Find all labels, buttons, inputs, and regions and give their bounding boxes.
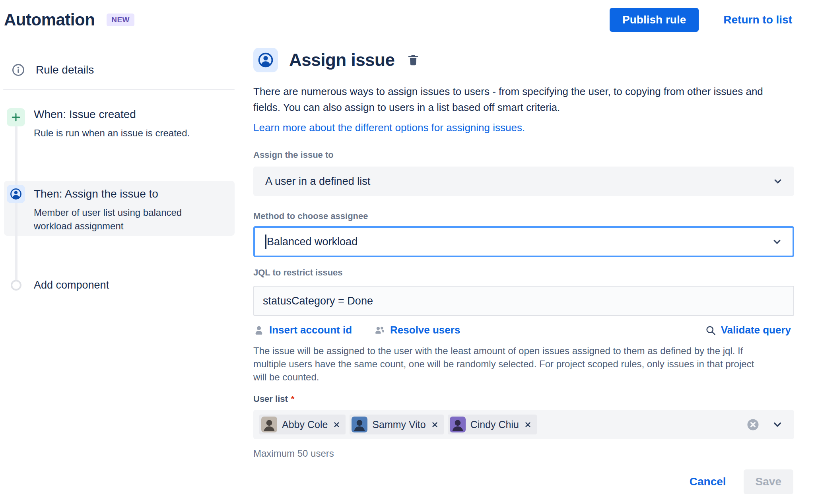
add-component-button[interactable]: Add component [34, 279, 109, 291]
people-icon [374, 325, 385, 336]
jql-value: statusCategory = Done [263, 295, 373, 307]
chevron-down-icon [772, 175, 784, 187]
user-chip: Cindy Chiu [448, 415, 537, 434]
jql-actions-row: Insert account id Resolve users Validate… [253, 324, 794, 336]
user-list-multi-select[interactable]: Abby Cole Sammy Vito Cindy Chiu [253, 410, 794, 439]
user-chip-name: Sammy Vito [372, 419, 425, 430]
chevron-down-icon [771, 236, 783, 248]
remove-user-icon[interactable] [524, 421, 532, 429]
text-cursor [265, 235, 266, 249]
sidebar-item-trigger[interactable]: When: Issue created Rule is run when an … [34, 108, 221, 140]
insert-account-id-label: Insert account id [269, 324, 352, 336]
avatar [261, 417, 277, 432]
resolve-users-label: Resolve users [390, 324, 460, 336]
trigger-subtitle: Rule is run when an issue is created. [34, 126, 221, 140]
action-subtitle: Member of user list using balanced workl… [34, 206, 193, 233]
assign-to-label: Assign the issue to [253, 150, 794, 160]
plus-icon [7, 108, 25, 126]
action-title[interactable]: Then: Assign the issue to [34, 188, 193, 200]
automation-rule-editor: Automation NEW Publish rule Return to li… [0, 0, 816, 504]
validate-query-link[interactable]: Validate query [705, 324, 791, 336]
remove-user-icon[interactable] [431, 421, 439, 429]
action-description: There are numerous ways to assign issues… [253, 83, 770, 115]
user-avatar-icon [253, 48, 278, 72]
timeline-connector [15, 126, 17, 281]
avatar [352, 417, 367, 432]
method-select[interactable]: Balanced workload [253, 226, 794, 257]
sidebar-item-rule-details[interactable]: Rule details [11, 63, 94, 77]
resolve-users-link[interactable]: Resolve users [374, 324, 460, 336]
save-button[interactable]: Save [744, 469, 793, 494]
chevron-down-icon[interactable] [771, 418, 784, 431]
person-icon [253, 325, 264, 336]
sidebar-divider [3, 89, 235, 90]
avatar [450, 417, 466, 432]
user-list-hint: Maximum 50 users [253, 448, 794, 459]
jql-input[interactable]: statusCategory = Done [253, 286, 794, 316]
cancel-button[interactable]: Cancel [690, 475, 726, 488]
user-chip: Abby Cole [259, 415, 346, 434]
user-list-label-row: User list * [253, 394, 794, 404]
action-header: Assign issue [253, 48, 794, 72]
balanced-workload-help-text: The issue will be assigned to the user w… [253, 344, 754, 384]
validate-query-label: Validate query [721, 324, 791, 336]
return-to-list-link[interactable]: Return to list [723, 14, 792, 26]
user-chip-name: Cindy Chiu [470, 419, 519, 430]
info-icon [11, 63, 25, 77]
sidebar-item-action[interactable]: Then: Assign the issue to Member of user… [34, 188, 193, 233]
user-chip: Sammy Vito [350, 415, 443, 434]
trash-icon[interactable] [406, 53, 420, 67]
insert-account-id-link[interactable]: Insert account id [253, 324, 352, 336]
action-title: Assign issue [289, 50, 394, 70]
remove-user-icon[interactable] [332, 421, 341, 429]
user-avatar-icon [7, 185, 25, 203]
search-icon [705, 325, 716, 336]
method-label: Method to choose assignee [253, 211, 794, 221]
required-asterisk: * [291, 394, 295, 404]
assign-to-select[interactable]: A user in a defined list [253, 167, 794, 196]
learn-more-link[interactable]: Learn more about the different options f… [253, 122, 525, 134]
assign-to-value: A user in a defined list [265, 175, 370, 188]
form-footer: Cancel Save [253, 469, 794, 494]
top-actions: Publish rule Return to list [610, 8, 800, 32]
publish-rule-button[interactable]: Publish rule [610, 8, 699, 32]
user-chip-name: Abby Cole [282, 419, 328, 430]
rule-steps-sidebar: Rule details When: Issue created Rule is… [0, 0, 239, 504]
add-component-node-icon[interactable] [11, 280, 21, 291]
method-value: Balanced workload [267, 236, 357, 248]
action-config-panel: Assign issue There are numerous ways to … [253, 48, 794, 494]
user-list-label: User list [253, 394, 288, 404]
trigger-title[interactable]: When: Issue created [34, 108, 221, 121]
jql-label: JQL to restrict issues [253, 268, 794, 278]
rule-details-label: Rule details [36, 64, 94, 76]
clear-all-icon[interactable] [746, 418, 760, 432]
